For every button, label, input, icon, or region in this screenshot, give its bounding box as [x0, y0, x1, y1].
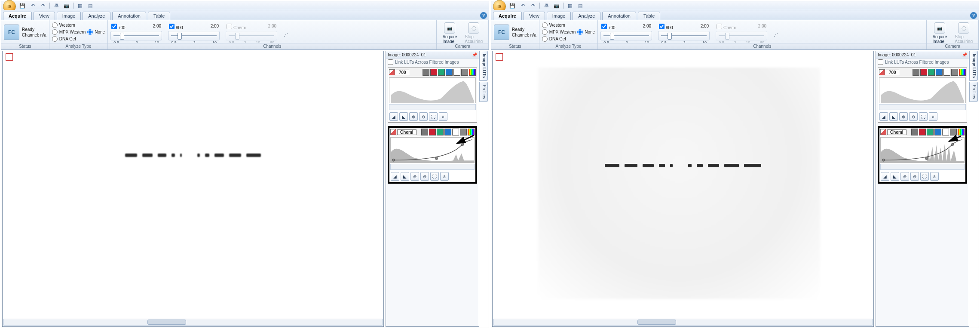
help-icon[interactable]: ?: [970, 12, 977, 19]
zoom-out-icon[interactable]: ⊖: [909, 112, 918, 121]
horizontal-scrollbar[interactable]: [3, 319, 383, 326]
color-swatch[interactable]: [913, 69, 919, 76]
color-swatch[interactable]: [423, 69, 429, 76]
view-grid-icon[interactable]: ▤: [576, 2, 584, 9]
save-icon[interactable]: 💾: [18, 2, 26, 9]
help-icon[interactable]: ?: [480, 12, 487, 19]
color-swatch[interactable]: [919, 129, 926, 135]
print-icon[interactable]: 🖶: [542, 2, 550, 9]
color-swatch[interactable]: [430, 69, 437, 76]
analyze-option[interactable]: DNA Gel: [542, 36, 576, 42]
tab-acquire[interactable]: Acquire: [3, 12, 32, 20]
radio[interactable]: [87, 29, 93, 35]
color-swatch[interactable]: [927, 129, 934, 135]
fit-icon[interactable]: ⛶: [430, 172, 439, 181]
side-tab-image-luts[interactable]: Image LUTs: [479, 51, 488, 81]
tab-analyze[interactable]: Analyze: [83, 12, 110, 20]
color-swatch[interactable]: [446, 69, 453, 76]
horizontal-scrollbar[interactable]: [493, 319, 873, 326]
histogram[interactable]: [879, 77, 966, 103]
tab-table[interactable]: Table: [638, 12, 660, 20]
fit-icon[interactable]: ⛶: [919, 112, 928, 121]
camera-icon[interactable]: 📷: [553, 2, 560, 9]
zoom-in-icon[interactable]: ⊕: [410, 172, 419, 181]
channel-toggle[interactable]: 700: [601, 24, 615, 30]
radio[interactable]: [52, 29, 58, 35]
channel-toggle[interactable]: 800: [169, 24, 183, 30]
auto-dark-icon[interactable]: ◢: [881, 172, 889, 181]
channel-toggle[interactable]: 700: [111, 24, 125, 30]
annotate-icon[interactable]: a: [929, 112, 937, 121]
color-swatch[interactable]: [920, 69, 927, 76]
histogram-scrollbar[interactable]: [880, 164, 965, 170]
pin-icon[interactable]: 📌: [962, 52, 967, 57]
channel-toggle[interactable]: 800: [659, 24, 673, 30]
expand-icon[interactable]: ⋰: [283, 32, 288, 37]
view-grid-icon[interactable]: ▤: [86, 2, 94, 9]
histogram-scrollbar[interactable]: [879, 104, 966, 110]
visibility-toggle-icon[interactable]: [880, 129, 886, 135]
radio[interactable]: [52, 22, 58, 28]
color-swatch[interactable]: [951, 69, 958, 76]
checkbox[interactable]: [111, 24, 117, 29]
view-single-icon[interactable]: ▦: [76, 2, 84, 9]
auto-dark-icon[interactable]: ◢: [879, 112, 888, 121]
auto-light-icon[interactable]: ◣: [889, 112, 898, 121]
view-single-icon[interactable]: ▦: [566, 2, 574, 9]
analyze-none[interactable]: None: [87, 29, 105, 35]
side-tab-profiles[interactable]: Profiles: [969, 82, 978, 102]
image-canvas[interactable]: [2, 51, 384, 327]
color-swatch[interactable]: [452, 129, 459, 135]
annotate-icon[interactable]: a: [440, 172, 449, 181]
undo-icon[interactable]: ↶: [29, 2, 37, 9]
redo-icon[interactable]: ↷: [529, 2, 537, 9]
link-luts-checkbox[interactable]: Link LUTs Across Filtered Images: [876, 58, 969, 66]
histogram[interactable]: [389, 77, 476, 103]
zoom-out-icon[interactable]: ⊖: [910, 172, 919, 181]
channel-toggle[interactable]: Chemi: [717, 24, 736, 30]
analyze-option[interactable]: Western: [542, 22, 576, 28]
checkbox[interactable]: [601, 24, 607, 29]
side-tab-image-luts[interactable]: Image LUTs: [969, 51, 978, 81]
tab-table[interactable]: Table: [148, 12, 170, 20]
channel-chip[interactable]: 700: [886, 70, 899, 75]
expand-icon[interactable]: ⋰: [773, 32, 778, 37]
fit-icon[interactable]: ⛶: [920, 172, 929, 181]
rainbow-swatch[interactable]: [958, 129, 965, 135]
visibility-toggle-icon[interactable]: [390, 129, 396, 135]
radio[interactable]: [542, 36, 548, 42]
fit-icon[interactable]: ⛶: [429, 112, 438, 121]
visibility-toggle-icon[interactable]: [879, 69, 885, 75]
rainbow-swatch[interactable]: [468, 129, 475, 135]
radio[interactable]: [577, 29, 583, 35]
image-canvas[interactable]: [492, 51, 874, 327]
radio[interactable]: [52, 36, 58, 42]
auto-dark-icon[interactable]: ◢: [391, 172, 399, 181]
redo-icon[interactable]: ↷: [39, 2, 47, 9]
analyze-option[interactable]: MPX Western: [52, 29, 86, 35]
tab-view[interactable]: View: [524, 12, 545, 20]
color-swatch[interactable]: [421, 129, 428, 135]
color-swatch[interactable]: [936, 69, 943, 76]
color-swatch[interactable]: [950, 129, 957, 135]
tab-view[interactable]: View: [34, 12, 55, 20]
zoom-in-icon[interactable]: ⊕: [409, 112, 418, 121]
exposure-slider[interactable]: 0.5210: [168, 31, 220, 40]
analyze-option[interactable]: Western: [52, 22, 86, 28]
rainbow-swatch[interactable]: [959, 69, 966, 76]
color-swatch[interactable]: [444, 129, 451, 135]
link-luts-checkbox[interactable]: Link LUTs Across Filtered Images: [386, 58, 479, 66]
color-swatch[interactable]: [942, 129, 949, 135]
zoom-in-icon[interactable]: ⊕: [899, 112, 908, 121]
zoom-out-icon[interactable]: ⊖: [419, 112, 428, 121]
rainbow-swatch[interactable]: [469, 69, 476, 76]
histogram[interactable]: [390, 137, 475, 163]
checkbox[interactable]: [169, 24, 175, 29]
undo-icon[interactable]: ↶: [519, 2, 527, 9]
annotate-icon[interactable]: a: [930, 172, 939, 181]
histogram-scrollbar[interactable]: [390, 164, 475, 170]
analyze-option[interactable]: DNA Gel: [52, 36, 86, 42]
acquire-image-button[interactable]: 📷AcquireImage: [929, 21, 950, 45]
checkbox[interactable]: [388, 59, 393, 65]
histogram[interactable]: [880, 137, 965, 163]
